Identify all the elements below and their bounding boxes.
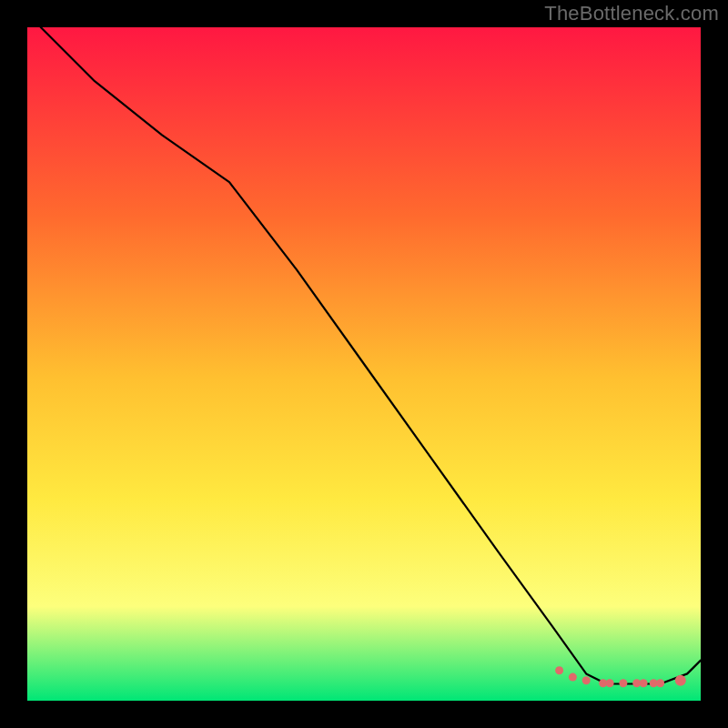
data-marker (656, 679, 664, 687)
data-marker (675, 675, 686, 686)
data-marker (640, 679, 648, 687)
data-marker (555, 666, 563, 674)
data-marker (569, 673, 577, 682)
chart-frame: TheBottleneck.com (0, 0, 728, 728)
plot-area (27, 27, 701, 701)
data-marker (606, 679, 614, 687)
watermark-text: TheBottleneck.com (544, 2, 719, 25)
data-marker (619, 679, 627, 687)
chart-svg (27, 27, 701, 701)
data-marker (582, 676, 591, 684)
